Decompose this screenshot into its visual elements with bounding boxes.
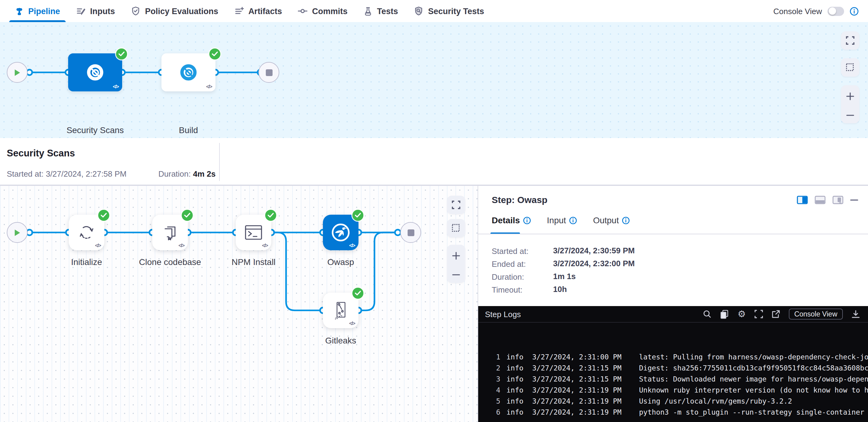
open-in-new-icon[interactable] (772, 310, 780, 318)
step-panel-title: Step: Owasp (492, 194, 548, 205)
stage-started-at: Started at: 3/27/2024, 2:27:58 PM (7, 169, 126, 178)
step-node-initialize[interactable]: </> (69, 215, 104, 250)
tab-artifacts[interactable]: Artifacts (226, 0, 290, 22)
log-message: Digest: sha256:7755011cdb13caf9f95051f8c… (639, 364, 868, 372)
log-timestamp: 3/27/2024, 2:31:19 PM (532, 408, 622, 417)
stage-label[interactable]: Security Scans (67, 125, 124, 135)
step-label[interactable]: Gitleaks (325, 335, 356, 345)
info-icon (622, 216, 630, 224)
nav-tabs: Pipeline Inputs Policy Evaluations Art (7, 0, 492, 22)
log-line-number: 2 (493, 364, 500, 372)
exec-start-node (7, 222, 28, 243)
tab-tests[interactable]: Tests (355, 0, 406, 22)
info-icon[interactable] (849, 6, 859, 15)
detail-value: 3/27/2024, 2:30:59 PM (553, 246, 635, 255)
search-logs-icon[interactable] (703, 310, 712, 318)
stage-label[interactable]: Build (179, 125, 198, 135)
detail-value: 3/27/2024, 2:32:00 PM (553, 259, 635, 268)
success-badge (352, 210, 363, 221)
tab-output[interactable]: Output (593, 215, 630, 225)
success-badge (352, 288, 363, 299)
step-node-clone-codebase[interactable]: </> (152, 215, 188, 250)
duration-label: Duration: (158, 169, 191, 178)
pipeline-icon (15, 6, 24, 15)
play-icon (13, 228, 21, 236)
artifacts-icon (234, 6, 244, 16)
zoom-out-button[interactable] (452, 273, 460, 276)
tab-label: Output (593, 215, 619, 225)
detail-label: Duration: (492, 272, 524, 282)
info-icon (523, 216, 531, 224)
layout-split-bottom-button[interactable] (815, 196, 826, 204)
stage-graph-zoom-controls (841, 85, 859, 123)
success-badge (209, 48, 220, 60)
detail-label: Timeout: (492, 285, 522, 294)
layout-floating-panel-button[interactable] (832, 196, 843, 204)
stage-node-security-scans[interactable]: </> (68, 53, 122, 91)
log-timestamp: 3/27/2024, 2:31:19 PM (532, 386, 622, 394)
tab-policy-evaluations[interactable]: Policy Evaluations (123, 0, 226, 22)
detail-value: 1m 1s (553, 272, 576, 281)
stage-graph-canvas[interactable]: </> Security Scans </> Build (0, 22, 868, 138)
tests-icon (363, 6, 373, 15)
divider (219, 143, 220, 181)
step-node-npm-install[interactable]: </> (236, 215, 271, 250)
code-glyph: </> (349, 242, 355, 249)
log-message: latest: Pulling from harness/owasp-depen… (639, 353, 868, 361)
tab-inputs[interactable]: Inputs (68, 0, 123, 22)
step-label[interactable]: Initialize (71, 257, 102, 267)
zoom-in-button[interactable] (452, 251, 460, 260)
download-logs-icon[interactable] (851, 310, 860, 318)
step-node-owasp[interactable]: </> (323, 215, 359, 250)
log-level: info (506, 408, 523, 417)
build-stage-icon (178, 62, 199, 83)
success-badge (116, 48, 127, 60)
divider (478, 234, 868, 234)
log-line-number: 6 (493, 408, 500, 417)
step-label[interactable]: NPM Install (231, 257, 275, 267)
stage-graph-fullscreen-button[interactable] (841, 31, 859, 50)
stage-title: Security Scans (7, 148, 75, 159)
stop-icon (266, 69, 272, 76)
stop-icon (407, 229, 414, 236)
zoom-out-button[interactable] (846, 113, 855, 117)
stage-graph-marquee-select-button[interactable] (841, 58, 859, 77)
layout-split-right-button[interactable] (797, 196, 808, 204)
zoom-in-button[interactable] (846, 92, 855, 100)
success-badge (265, 210, 276, 221)
tab-input[interactable]: Input (547, 215, 577, 225)
exec-graph-marquee-select-button[interactable] (447, 219, 465, 237)
log-message: Unknown ruby interpreter version (do not… (639, 386, 868, 394)
minimize-panel-button[interactable] (850, 199, 858, 201)
log-settings-gear-icon[interactable]: ⚙ (738, 310, 746, 319)
tab-details[interactable]: Details (492, 215, 531, 225)
stage-info-band: Security Scans Started at: 3/27/2024, 2:… (0, 138, 868, 185)
tab-commits[interactable]: Commits (290, 0, 356, 22)
inputs-icon (76, 6, 86, 16)
code-glyph: </> (178, 242, 184, 249)
fullscreen-logs-icon[interactable] (754, 310, 763, 318)
step-logs-title: Step Logs (485, 310, 521, 319)
detail-label: Started at: (492, 247, 529, 256)
console-view-toggle[interactable] (828, 6, 844, 15)
detail-label: Ended at: (492, 259, 526, 269)
step-node-gitleaks[interactable]: </> (323, 293, 359, 328)
copy-logs-icon[interactable] (720, 310, 729, 319)
toggle-knob (828, 7, 836, 15)
nav-right-controls: Console View (773, 6, 868, 15)
step-label[interactable]: Owasp (327, 257, 354, 267)
tab-security-tests[interactable]: Security Tests (406, 0, 492, 22)
console-view-button[interactable]: Console View (789, 309, 843, 320)
exec-graph-fullscreen-button[interactable] (447, 196, 465, 214)
stage-end-node (258, 62, 279, 83)
tab-label: Tests (377, 6, 398, 15)
stage-node-build[interactable]: </> (161, 53, 215, 91)
execution-graph-canvas[interactable]: </> Initialize </> Clone codebase </> (0, 186, 478, 422)
code-glyph: </> (206, 84, 212, 90)
step-label[interactable]: Clone codebase (139, 257, 201, 267)
play-icon (13, 68, 21, 76)
log-message: Status: Downloaded newer image for harne… (639, 375, 868, 383)
log-message: python3 -m sto_plugin --run-strategy sin… (639, 408, 864, 417)
pipeline-execution-page: Pipeline Inputs Policy Evaluations Art (0, 0, 868, 422)
tab-pipeline[interactable]: Pipeline (7, 0, 68, 22)
